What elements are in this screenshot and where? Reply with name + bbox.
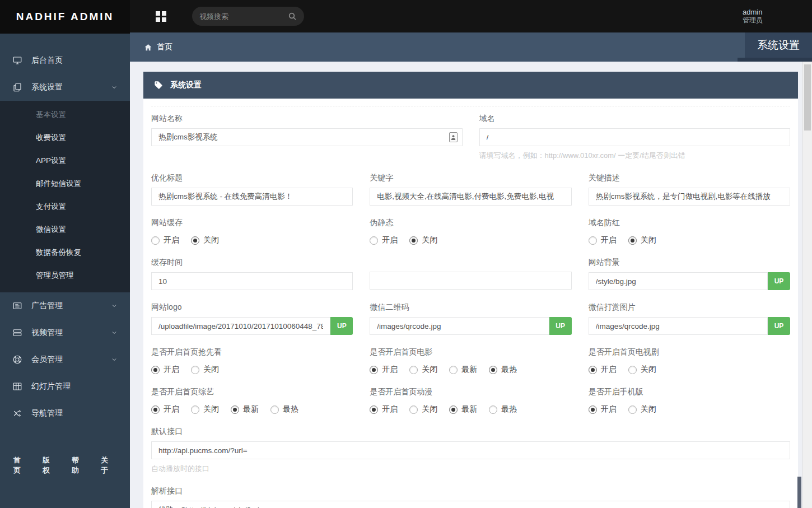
unlabeled-input[interactable] (370, 272, 571, 290)
radio-icon (409, 366, 418, 374)
radio-icon (370, 366, 378, 374)
site-logo-input[interactable] (151, 317, 330, 335)
grid-icon[interactable] (156, 11, 166, 22)
radio-icon (231, 406, 239, 414)
radio-option[interactable]: 开启 (589, 235, 617, 245)
home-icon (144, 43, 152, 52)
site-logo-upload-button[interactable]: UP (330, 317, 353, 335)
radio-option[interactable]: 开启 (589, 404, 617, 414)
radio-option[interactable]: 开启 (370, 365, 398, 375)
submenu-item-admin-management[interactable]: 管理员管理 (0, 264, 130, 287)
keywords-label: 关键字 (370, 173, 571, 183)
sidebar-item-system-settings[interactable]: 系统设置 (0, 74, 130, 101)
desktop-icon (12, 55, 23, 66)
radio-icon (370, 406, 378, 414)
site-name-input[interactable] (151, 128, 463, 146)
footer-link-help[interactable]: 帮助 (72, 455, 86, 476)
seo-title-input[interactable] (151, 188, 353, 206)
site-logo-label: 网站logo (151, 302, 353, 313)
search-input[interactable] (199, 12, 288, 21)
radio-group-home-variety: 是否开启首页综艺 开启 关闭 最新 最热 (151, 387, 353, 414)
radio-option[interactable]: 关闭 (191, 235, 219, 245)
sidebar-item-video-management[interactable]: 视频管理 (0, 319, 130, 346)
radio-option[interactable]: 最新 (449, 365, 477, 375)
app-logo: NADHIF ADMIN (0, 0, 130, 34)
radio-group-domain-antired: 域名防红 开启 关闭 (589, 218, 790, 245)
default-api-label: 默认接口 (151, 427, 790, 437)
radio-option[interactable]: 最热 (270, 404, 298, 414)
submenu-item-fee-settings[interactable]: 收费设置 (0, 126, 130, 149)
inner-scrollbar-thumb[interactable] (797, 477, 801, 508)
domain-hint: 请填写域名，例如：http://www.010xr.com/ 一定要/结尾否则出… (479, 151, 791, 161)
radio-group-mobile-version: 是否开启手机版 开启 关闭 (589, 387, 790, 414)
radio-icon (151, 366, 160, 374)
site-bg-upload-button[interactable]: UP (768, 272, 790, 290)
radio-option[interactable]: 开启 (151, 365, 179, 375)
domain-label: 域名 (479, 114, 791, 124)
radio-icon (449, 406, 458, 414)
radio-option[interactable]: 关闭 (191, 365, 219, 375)
sidebar-item-member-management[interactable]: 会员管理 (0, 346, 130, 373)
lifering-icon (12, 355, 23, 365)
radio-option[interactable]: 最新 (231, 404, 259, 414)
footer-link-home[interactable]: 首页 (13, 455, 27, 476)
radio-option[interactable]: 开启 (370, 404, 398, 414)
scrollbar-track[interactable] (802, 62, 812, 508)
domain-input[interactable] (479, 128, 791, 146)
default-api-input[interactable] (151, 441, 790, 459)
chevron-down-icon (111, 329, 118, 336)
sidebar-item-ad-management[interactable]: 广告管理 (0, 292, 130, 319)
radio-option[interactable]: 关闭 (628, 404, 656, 414)
sidebar-item-navigation-management[interactable]: 导航管理 (0, 400, 130, 427)
divider (151, 106, 790, 106)
panel-title: 系统设置 (170, 80, 202, 90)
sidebar-item-dashboard[interactable]: 后台首页 (0, 47, 130, 74)
radio-option[interactable]: 最热 (489, 365, 517, 375)
radio-option[interactable]: 关闭 (628, 235, 656, 245)
wechat-qr-input[interactable] (370, 317, 549, 335)
search-icon[interactable] (288, 12, 297, 21)
site-bg-input[interactable] (589, 272, 768, 290)
user-menu[interactable]: admin 管理员 (743, 8, 763, 25)
sidebar-nav: 后台首页 系统设置 基本设置 收费设置 APP设置 邮件短信设置 支付设置 微信… (0, 34, 130, 427)
radio-option[interactable]: 关闭 (628, 365, 656, 375)
chevron-down-icon (111, 84, 118, 91)
copy-icon (12, 82, 23, 93)
footer-link-about[interactable]: 关于 (101, 455, 115, 476)
radio-option[interactable]: 开启 (151, 235, 179, 245)
radio-option[interactable]: 开启 (151, 404, 179, 414)
submenu-item-app-settings[interactable]: APP设置 (0, 149, 130, 172)
submenu-item-backup-restore[interactable]: 数据备份恢复 (0, 241, 130, 264)
scrollbar-thumb[interactable] (804, 64, 811, 131)
breadcrumb-home[interactable]: 首页 (130, 42, 172, 52)
radio-icon (628, 236, 637, 245)
radio-option[interactable]: 关闭 (409, 404, 437, 414)
submenu-item-basic-settings[interactable]: 基本设置 (0, 103, 130, 126)
radio-option[interactable]: 最新 (449, 404, 477, 414)
description-input[interactable] (589, 188, 790, 206)
radio-option[interactable]: 关闭 (409, 365, 437, 375)
wechat-reward-upload-button[interactable]: UP (768, 317, 790, 335)
radio-option[interactable]: 开启 (370, 235, 398, 245)
user-name: admin (743, 8, 763, 16)
radio-option[interactable]: 关闭 (191, 404, 219, 414)
radio-option[interactable]: 关闭 (409, 235, 437, 245)
sidebar-item-slideshow-management[interactable]: 幻灯片管理 (0, 373, 130, 400)
footer-link-copyright[interactable]: 版权 (43, 455, 57, 476)
keywords-input[interactable] (370, 188, 571, 206)
submenu-item-wechat-settings[interactable]: 微信设置 (0, 218, 130, 241)
cache-time-input[interactable] (151, 272, 353, 290)
radio-option[interactable]: 最热 (489, 404, 517, 414)
parse-api-textarea[interactable]: 线路一$http://biuba.cn/vip/?url= 线路二$http:/… (151, 501, 790, 508)
shuffle-icon (12, 408, 23, 419)
wechat-reward-label: 微信打赏图片 (589, 302, 790, 313)
wechat-qr-upload-button[interactable]: UP (549, 317, 572, 335)
page-title: 系统设置 (745, 32, 812, 58)
radio-group-pseudo-static: 伪静态 开启 关闭 (370, 218, 571, 245)
radio-group-home-anime: 是否开启首页动漫 开启 关闭 最新 最热 (370, 387, 571, 414)
wechat-reward-input[interactable] (589, 317, 768, 335)
submenu-item-payment-settings[interactable]: 支付设置 (0, 195, 130, 218)
submenu-item-mail-sms-settings[interactable]: 邮件短信设置 (0, 172, 130, 195)
radio-option[interactable]: 开启 (589, 365, 617, 375)
table-icon (12, 381, 23, 392)
